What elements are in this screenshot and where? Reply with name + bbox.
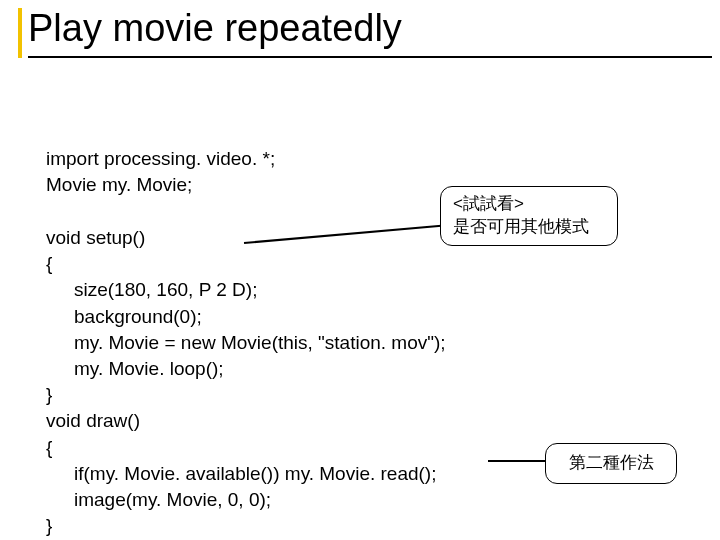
callout-try: <試試看> 是否可用其他模式 — [440, 186, 618, 246]
title-block: Play movie repeatedly — [18, 8, 712, 58]
code-line: } — [46, 515, 52, 536]
code-block: import processing. video. *; Movie my. M… — [46, 120, 446, 540]
callout-alt-method: 第二種作法 — [545, 443, 677, 484]
callout-line: <試試看> — [453, 193, 605, 216]
code-line: size(180, 160, P 2 D); — [46, 279, 257, 300]
code-line: void setup() — [46, 227, 145, 248]
slide-title: Play movie repeatedly — [28, 8, 712, 58]
code-line: background(0); — [46, 306, 202, 327]
callout-line: 第二種作法 — [569, 453, 654, 472]
code-line: } — [46, 384, 52, 405]
code-line: Movie my. Movie; — [46, 174, 192, 195]
code-line: void draw() — [46, 410, 140, 431]
callout-line: 是否可用其他模式 — [453, 216, 605, 239]
slide: Play movie repeatedly import processing.… — [0, 0, 720, 540]
code-line: import processing. video. *; — [46, 148, 275, 169]
code-line: my. Movie = new Movie(this, "station. mo… — [46, 332, 446, 353]
code-line: my. Movie. loop(); — [46, 358, 224, 379]
code-line: image(my. Movie, 0, 0); — [46, 489, 271, 510]
code-line: { — [46, 437, 52, 458]
connector-line — [488, 460, 546, 462]
code-line: if(my. Movie. available()) my. Movie. re… — [46, 463, 436, 484]
code-line — [46, 201, 51, 222]
code-line: { — [46, 253, 52, 274]
